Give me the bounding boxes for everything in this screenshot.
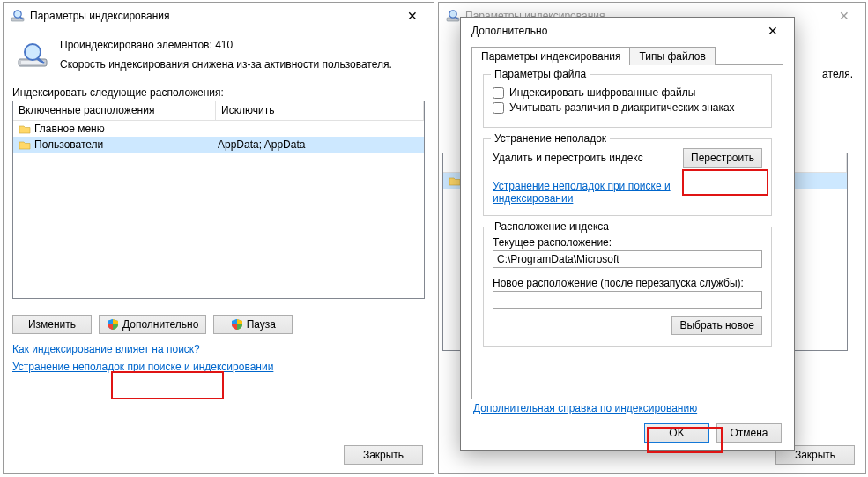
help-links: Как индексирование влияет на поиск? Устр…: [12, 343, 425, 373]
indexing-large-icon: [16, 41, 51, 70]
folder-icon: [449, 175, 461, 186]
checkbox-encrypted-label: Индексировать шифрованные файлы: [509, 86, 695, 99]
indexing-icon: [446, 9, 460, 23]
group-legend: Параметры файла: [491, 68, 590, 80]
close-icon[interactable]: ✕: [824, 4, 864, 28]
status-area: Проиндексировано элементов: 410 Скорость…: [16, 36, 425, 74]
column-included[interactable]: Включенные расположения: [13, 101, 216, 121]
tab-panel: Параметры файла Индексировать шифрованны…: [471, 64, 783, 399]
rebuild-description: Удалить и перестроить индекс: [493, 152, 643, 164]
client-area: Проиндексировано элементов: 410 Скорость…: [4, 29, 434, 473]
advanced-options-dialog: Дополнительно ✕ Параметры индексирования…: [460, 17, 795, 451]
close-icon[interactable]: ✕: [755, 19, 790, 42]
choose-new-button[interactable]: Выбрать новое: [671, 316, 762, 335]
highlight-advanced: [111, 371, 224, 399]
cancel-button[interactable]: Отмена: [716, 423, 782, 443]
indexing-icon: [11, 9, 25, 23]
close-icon[interactable]: ✕: [392, 4, 432, 28]
locations-label: Индексировать следующие расположения:: [12, 86, 425, 99]
advanced-button-label: Дополнительно: [122, 318, 198, 331]
list-item[interactable]: Пользователи AppData; AppData: [13, 137, 424, 153]
advanced-button[interactable]: Дополнительно: [99, 315, 206, 334]
dialog-buttons: OK Отмена: [644, 423, 782, 443]
tabs: Параметры индексирования Типы файлов: [471, 46, 783, 64]
shield-icon: [107, 318, 119, 331]
tab-indexing-settings[interactable]: Параметры индексирования: [471, 47, 630, 65]
column-headers: Включенные расположения Исключить: [13, 101, 424, 121]
pause-button-label: Пауза: [247, 318, 276, 331]
pause-button[interactable]: Пауза: [213, 315, 293, 334]
close-button[interactable]: Закрыть: [344, 445, 423, 465]
dialog-title: Дополнительно: [471, 25, 755, 37]
ok-button[interactable]: OK: [644, 423, 709, 443]
row-name: Пользователи: [34, 138, 103, 151]
speed-status: Скорость индексирования снижена из-за ак…: [60, 56, 392, 75]
list-item[interactable]: Главное меню: [13, 121, 424, 137]
group-legend: Расположение индекса: [491, 220, 612, 233]
window-title: Параметры индексирования: [30, 10, 392, 22]
checkbox-encrypted-input[interactable]: [493, 87, 504, 99]
group-file-settings: Параметры файла Индексировать шифрованны…: [483, 74, 772, 128]
titlebar: Параметры индексирования ✕: [4, 3, 434, 29]
advanced-help-link[interactable]: Дополнительная справка по индексированию: [473, 402, 697, 414]
shield-icon: [231, 318, 243, 331]
row-name: Главное меню: [34, 123, 105, 135]
indexing-options-window: Параметры индексирования ✕ Проиндексиров…: [3, 2, 434, 474]
new-location-label: Новое расположение (после перезапуска сл…: [493, 277, 762, 289]
troubleshoot-link[interactable]: Устранение неполадок при поиске и индекс…: [493, 180, 686, 205]
action-buttons: Изменить Дополнительно Пауза: [12, 315, 425, 334]
how-affects-link[interactable]: Как индексирование влияет на поиск?: [12, 343, 200, 355]
column-excluded[interactable]: Исключить: [216, 101, 424, 121]
dialog-titlebar: Дополнительно ✕: [461, 18, 794, 44]
checkbox-encrypted[interactable]: Индексировать шифрованные файлы: [493, 86, 762, 99]
group-legend: Устранение неполадок: [491, 132, 610, 145]
checkbox-diacritics[interactable]: Учитывать различия в диакритических знак…: [493, 101, 762, 114]
speed-peek: ателя.: [822, 68, 853, 80]
modify-button[interactable]: Изменить: [12, 315, 92, 334]
group-index-location: Расположение индекса Текущее расположени…: [483, 227, 772, 347]
rebuild-button[interactable]: Перестроить: [683, 148, 762, 168]
locations-listview[interactable]: Включенные расположения Исключить Главно…: [12, 101, 425, 299]
folder-icon: [19, 139, 31, 150]
status-text: Проиндексировано элементов: 410 Скорость…: [60, 36, 392, 74]
current-location-label: Текущее расположение:: [493, 236, 762, 249]
dialog-client: Параметры индексирования Типы файлов Пар…: [461, 44, 794, 450]
row-excluded: AppData; AppData: [216, 138, 424, 151]
checkbox-diacritics-label: Учитывать различия в диакритических знак…: [509, 101, 735, 114]
group-troubleshoot: Устранение неполадок Удалить и перестрои…: [483, 138, 772, 216]
new-location-field: [493, 291, 762, 309]
indexed-count: Проиндексировано элементов: 410: [60, 36, 392, 56]
folder-icon: [19, 123, 31, 134]
tab-file-types[interactable]: Типы файлов: [629, 47, 715, 65]
troubleshoot-link[interactable]: Устранение неполадок при поиске и индекс…: [12, 361, 273, 373]
current-location-field: [493, 250, 762, 268]
checkbox-diacritics-input[interactable]: [493, 102, 504, 114]
